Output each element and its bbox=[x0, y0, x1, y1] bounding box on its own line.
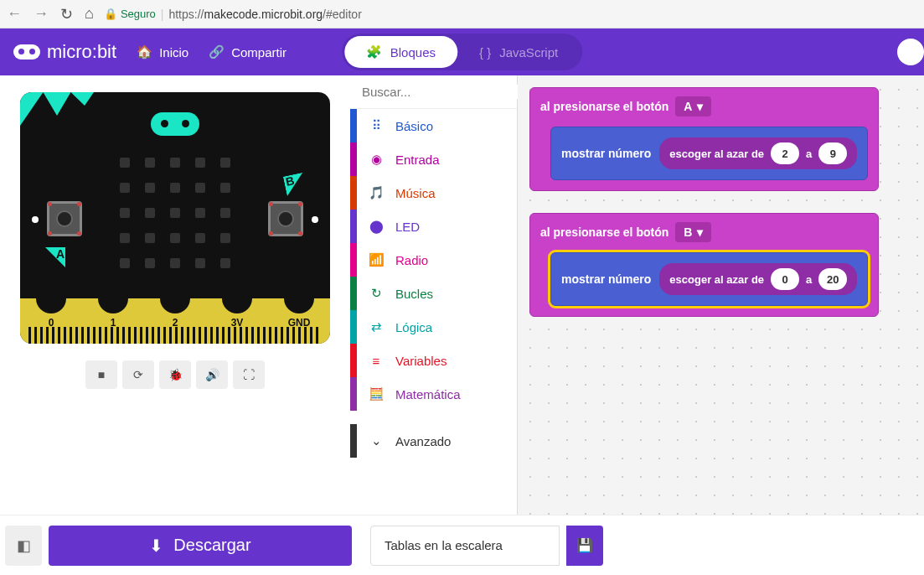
pin-2[interactable]: 2 bbox=[160, 283, 190, 313]
share-button[interactable]: 🔗 Compartir bbox=[209, 44, 286, 60]
search-input[interactable] bbox=[362, 85, 521, 99]
category-label: Matemática bbox=[395, 387, 461, 401]
fullscreen-icon: ⛶ bbox=[243, 368, 255, 381]
number-from[interactable]: 0 bbox=[771, 268, 799, 290]
share-icon: 🔗 bbox=[209, 44, 225, 60]
logic-icon: ⇄ bbox=[369, 319, 384, 334]
category-radio[interactable]: 📶Radio bbox=[350, 243, 517, 277]
category-led[interactable]: ⬤LED bbox=[350, 210, 517, 243]
chevron-down-icon: ▾ bbox=[697, 100, 703, 113]
blocks-label: Bloques bbox=[390, 45, 436, 60]
category-label: Radio bbox=[395, 253, 428, 267]
home-icon: 🏠 bbox=[137, 44, 152, 60]
forward-icon[interactable]: → bbox=[34, 5, 49, 23]
dropdown-value: B bbox=[684, 225, 692, 239]
microbit-button-a[interactable] bbox=[47, 201, 82, 236]
url-path: /#editor bbox=[323, 8, 362, 21]
restart-button[interactable]: ⟳ bbox=[122, 360, 154, 389]
js-label: JavaScript bbox=[499, 45, 558, 60]
pin-0[interactable]: 0 bbox=[36, 283, 66, 313]
category-logica[interactable]: ⇄Lógica bbox=[350, 310, 517, 344]
right-dot bbox=[312, 216, 318, 223]
project-name-input[interactable] bbox=[370, 526, 560, 566]
category-entrada[interactable]: ◉Entrada bbox=[350, 142, 517, 176]
save-button[interactable]: 💾 bbox=[566, 526, 603, 566]
collapse-sim-button[interactable]: ◧ bbox=[5, 526, 42, 566]
music-icon: 🎵 bbox=[369, 185, 384, 200]
url-host: makecode.microbit.org bbox=[204, 8, 323, 21]
simulator-controls: ■ ⟳ 🐞 🔊 ⛶ bbox=[85, 360, 265, 389]
number-to[interactable]: 9 bbox=[818, 142, 847, 164]
event-block-b[interactable]: al presionarse el botón B▾ mostrar númer… bbox=[529, 213, 879, 317]
category-label: Básico bbox=[395, 119, 433, 133]
reload-icon[interactable]: ↻ bbox=[60, 5, 73, 23]
button-dropdown[interactable]: A▾ bbox=[675, 96, 711, 117]
sep-label: a bbox=[806, 148, 812, 160]
lock-icon: 🔒 bbox=[104, 8, 117, 20]
number-from[interactable]: 2 bbox=[771, 142, 799, 164]
chevron-down-icon: ▾ bbox=[697, 225, 703, 239]
microbit-simulator[interactable]: A B 0 1 2 3V GND bbox=[20, 92, 330, 344]
microbit-button-b[interactable] bbox=[268, 201, 303, 236]
url-prefix: https:// bbox=[168, 8, 204, 21]
back-icon[interactable]: ← bbox=[7, 5, 22, 23]
mode-toggle: 🧩 Bloques { } JavaScript bbox=[342, 34, 582, 70]
microbit-led-grid bbox=[120, 158, 230, 268]
show-label: mostrar número bbox=[561, 147, 651, 160]
show-label: mostrar número bbox=[561, 272, 651, 286]
avatar[interactable] bbox=[897, 39, 924, 65]
category-bucles[interactable]: ↻Bucles bbox=[350, 277, 517, 310]
pin-gnd[interactable]: GND bbox=[284, 283, 314, 313]
debug-button[interactable]: 🐞 bbox=[159, 360, 191, 389]
speaker-icon: 🔊 bbox=[205, 368, 219, 381]
label-a: A bbox=[45, 247, 65, 267]
event-block-a[interactable]: al presionarse el botón A▾ mostrar númer… bbox=[529, 87, 879, 191]
input-icon: ◉ bbox=[369, 152, 384, 167]
refresh-icon: ⟳ bbox=[133, 368, 143, 381]
radio-icon: 📶 bbox=[369, 252, 384, 267]
show-number-block[interactable]: mostrar número escoger al azar de 2 a 9 bbox=[550, 127, 868, 180]
home-button[interactable]: 🏠 Inicio bbox=[137, 44, 188, 60]
separator: | bbox=[161, 8, 164, 21]
category-musica[interactable]: 🎵Música bbox=[350, 176, 517, 210]
browser-nav: ← → ↻ ⌂ bbox=[7, 5, 94, 23]
mute-button[interactable]: 🔊 bbox=[196, 360, 228, 389]
random-block[interactable]: escoger al azar de 2 a 9 bbox=[659, 137, 857, 169]
number-to[interactable]: 20 bbox=[818, 268, 847, 290]
category-basico[interactable]: ⠿Básico bbox=[350, 109, 517, 142]
random-block[interactable]: escoger al azar de 0 a 20 bbox=[659, 263, 857, 295]
home-label: Inicio bbox=[159, 45, 188, 60]
grid-icon: ⠿ bbox=[369, 118, 384, 133]
event-header: al presionarse el botón B▾ bbox=[540, 222, 868, 242]
show-number-block-selected[interactable]: mostrar número escoger al azar de 0 a 20 bbox=[550, 252, 868, 306]
download-button[interactable]: ⬇ Descargar bbox=[49, 526, 352, 566]
blocks-mode-button[interactable]: 🧩 Bloques bbox=[344, 36, 457, 68]
category-matematica[interactable]: 🧮Matemática bbox=[350, 377, 517, 411]
home-icon[interactable]: ⌂ bbox=[85, 5, 94, 23]
simulator-panel: A B 0 1 2 3V GND ■ ⟳ 🐞 🔊 ⛶ bbox=[0, 75, 350, 515]
javascript-mode-button[interactable]: { } JavaScript bbox=[457, 36, 580, 68]
fullscreen-button[interactable]: ⛶ bbox=[233, 360, 265, 389]
pin-3v[interactable]: 3V bbox=[222, 283, 252, 313]
category-variables[interactable]: ≡Variables bbox=[350, 344, 517, 377]
event-text: al presionarse el botón bbox=[540, 225, 668, 239]
random-label: escoger al azar de bbox=[669, 148, 764, 160]
stop-icon: ■ bbox=[98, 368, 105, 381]
browser-chrome: ← → ↻ ⌂ 🔒 Seguro | https://makecode.micr… bbox=[0, 0, 924, 28]
button-dropdown[interactable]: B▾ bbox=[675, 222, 711, 242]
blocks-icon: 🧩 bbox=[366, 44, 382, 60]
pin-1[interactable]: 1 bbox=[98, 283, 128, 313]
url-text: https://makecode.microbit.org/#editor bbox=[168, 8, 361, 21]
url-bar[interactable]: 🔒 Seguro | https://makecode.microbit.org… bbox=[104, 8, 362, 21]
stop-button[interactable]: ■ bbox=[85, 360, 117, 389]
chevron-down-icon: ⌄ bbox=[369, 433, 384, 448]
toolbox: 🔍 ⠿Básico ◉Entrada 🎵Música ⬤LED 📶Radio ↻… bbox=[350, 75, 518, 515]
search-bar[interactable]: 🔍 bbox=[350, 75, 517, 109]
event-header: al presionarse el botón A▾ bbox=[540, 96, 868, 117]
category-avanzado[interactable]: ⌄Avanzado bbox=[350, 424, 517, 458]
blocks-workspace[interactable]: al presionarse el botón A▾ mostrar númer… bbox=[518, 75, 924, 515]
save-icon: 💾 bbox=[576, 537, 593, 553]
logo[interactable]: micro:bit bbox=[13, 41, 116, 63]
main-area: A B 0 1 2 3V GND ■ ⟳ 🐞 🔊 ⛶ 🔍 ⠿Bá bbox=[0, 75, 924, 515]
js-icon: { } bbox=[479, 45, 491, 60]
